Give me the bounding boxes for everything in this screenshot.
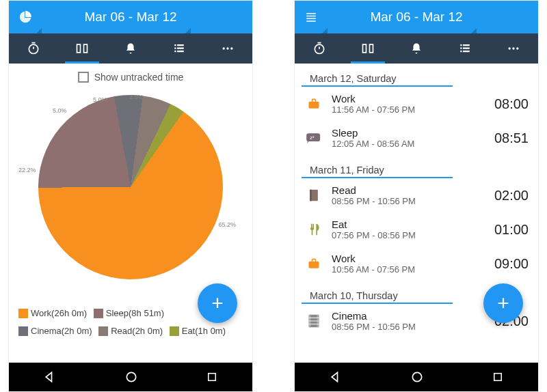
legend-swatch xyxy=(94,309,103,318)
entry-title: Cinema xyxy=(332,310,494,322)
pie-content: Show untracked time 65.2% 22.2% 5.0% 5.0… xyxy=(9,64,252,363)
home-button[interactable] xyxy=(124,370,138,384)
briefcase-icon xyxy=(304,255,323,272)
svg-point-10 xyxy=(126,372,135,381)
plus-icon: + xyxy=(497,292,509,315)
phone-list-view: Mar 06 - Mar 12 March 12, SaturdayWork11… xyxy=(294,0,539,392)
entry-title: Eat xyxy=(332,219,494,230)
tab-log[interactable] xyxy=(57,33,106,64)
recents-button[interactable] xyxy=(206,371,218,383)
tab-bar xyxy=(295,33,538,64)
entry-duration: 08:51 xyxy=(494,130,529,146)
tab-timer[interactable] xyxy=(9,33,57,64)
entry-time-range: 10:56 AM - 07:56 PM xyxy=(332,264,494,275)
add-fab[interactable]: + xyxy=(198,283,237,323)
entry-duration: 02:00 xyxy=(494,188,529,204)
tab-timer[interactable] xyxy=(295,33,343,64)
checkbox-label: Show untracked time xyxy=(94,72,184,83)
svg-rect-27 xyxy=(309,262,319,268)
legend-swatch xyxy=(18,326,28,336)
svg-point-7 xyxy=(223,47,225,49)
legend-item: Read(2h 0m) xyxy=(98,323,163,339)
entry-title: Work xyxy=(332,253,494,264)
sleep-icon: z² xyxy=(304,130,323,146)
svg-rect-4 xyxy=(177,48,184,49)
svg-point-8 xyxy=(227,47,229,49)
phone-pie-view: Mar 06 - Mar 12 Show untracked time 65.2… xyxy=(8,0,253,392)
legend-label: Read(2h 0m) xyxy=(111,323,163,339)
svg-rect-3 xyxy=(174,48,176,49)
date-range-title[interactable]: Mar 06 - Mar 12 xyxy=(321,10,512,25)
android-nav-bar xyxy=(295,363,538,391)
time-entry[interactable]: z²Sleep12:05 AM - 08:56 AM08:51 xyxy=(295,121,538,155)
eat-icon xyxy=(304,221,323,238)
tab-log[interactable] xyxy=(343,33,392,64)
tab-more[interactable] xyxy=(204,33,252,64)
tab-alerts[interactable] xyxy=(106,33,155,64)
legend-label: Eat(1h 0m) xyxy=(182,323,226,339)
svg-rect-22 xyxy=(309,102,319,109)
legend-item: Eat(1h 0m) xyxy=(170,323,226,339)
add-fab[interactable]: + xyxy=(483,283,523,323)
show-untracked-checkbox[interactable]: Show untracked time xyxy=(9,64,252,87)
legend-swatch xyxy=(18,309,28,318)
recents-button[interactable] xyxy=(492,371,504,383)
entry-duration: 01:00 xyxy=(494,222,529,238)
time-entry[interactable]: Work10:56 AM - 07:56 PM09:00 xyxy=(295,247,538,281)
svg-rect-14 xyxy=(463,44,470,46)
date-range-title[interactable]: Mar 06 - Mar 12 xyxy=(35,10,226,25)
entry-time-range: 12:05 AM - 08:56 AM xyxy=(332,139,494,149)
svg-rect-16 xyxy=(463,48,470,49)
day-header: March 11, Friday xyxy=(302,159,453,178)
svg-rect-15 xyxy=(460,48,462,49)
time-entry[interactable]: Read08:56 PM - 10:56 PM02:00 xyxy=(295,178,538,212)
menu-icon[interactable] xyxy=(302,8,321,27)
home-button[interactable] xyxy=(410,370,424,384)
svg-text:z²: z² xyxy=(310,135,315,141)
svg-rect-11 xyxy=(209,374,216,381)
time-entry[interactable]: Work11:56 AM - 07:56 PM08:00 xyxy=(295,87,538,121)
back-button[interactable] xyxy=(43,370,57,384)
app-header: Mar 06 - Mar 12 xyxy=(295,1,538,33)
app-header: Mar 06 - Mar 12 xyxy=(9,1,252,33)
svg-point-31 xyxy=(412,372,421,381)
entry-title: Work xyxy=(332,93,494,104)
plus-icon: + xyxy=(211,292,224,315)
tab-alerts[interactable] xyxy=(392,33,440,64)
svg-rect-17 xyxy=(460,51,462,52)
legend-label: Cinema(2h 0m) xyxy=(31,323,92,339)
time-entry[interactable]: Eat07:56 PM - 08:56 PM01:00 xyxy=(295,212,538,247)
entry-time-range: 08:56 PM - 10:56 PM xyxy=(332,196,494,206)
entries-list: March 12, SaturdayWork11:56 AM - 07:56 P… xyxy=(295,64,538,363)
tab-list[interactable] xyxy=(155,33,204,64)
android-nav-bar xyxy=(9,363,252,391)
tab-more[interactable] xyxy=(490,33,538,64)
checkbox-icon xyxy=(78,72,89,83)
svg-rect-26 xyxy=(310,190,312,201)
tab-list[interactable] xyxy=(441,33,490,64)
entry-time-range: 08:56 PM - 10:56 PM xyxy=(332,322,494,332)
pie-chart: 65.2% 22.2% 5.0% 5.0% 2.5% xyxy=(28,95,233,300)
entry-title: Sleep xyxy=(332,127,494,139)
legend-item: Sleep(8h 51m) xyxy=(94,305,164,321)
svg-rect-18 xyxy=(463,51,470,52)
entry-title: Read xyxy=(332,184,494,196)
pie-chart-icon[interactable] xyxy=(16,8,35,27)
svg-rect-2 xyxy=(177,44,184,46)
legend-swatch xyxy=(98,326,108,336)
back-button[interactable] xyxy=(329,370,343,384)
svg-point-19 xyxy=(509,47,511,49)
entry-duration: 08:00 xyxy=(494,96,529,112)
svg-point-20 xyxy=(513,47,515,49)
entry-time-range: 07:56 PM - 08:56 PM xyxy=(332,230,494,240)
day-header: March 10, Thursday xyxy=(302,285,453,304)
book-icon xyxy=(304,187,323,204)
day-header: March 12, Saturday xyxy=(302,68,453,87)
svg-rect-13 xyxy=(460,44,462,46)
svg-rect-6 xyxy=(177,51,184,52)
svg-point-21 xyxy=(517,47,519,49)
legend-label: Work(26h 0m) xyxy=(31,305,87,321)
svg-rect-32 xyxy=(494,374,502,381)
legend-label: Sleep(8h 51m) xyxy=(106,305,164,321)
svg-rect-1 xyxy=(174,44,176,46)
